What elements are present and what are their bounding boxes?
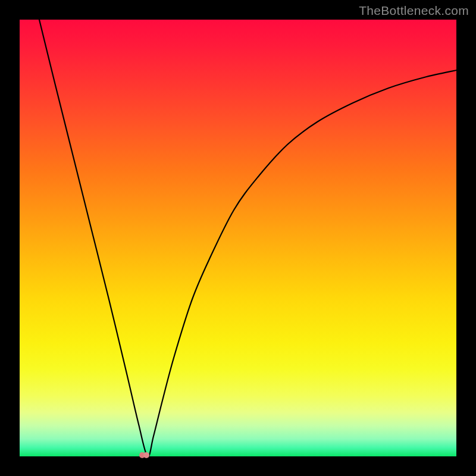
- chart-frame: TheBottleneck.com: [0, 0, 476, 476]
- highlight-marker: [139, 451, 150, 459]
- plot-area: [20, 20, 456, 456]
- watermark-text: TheBottleneck.com: [359, 4, 469, 18]
- bottleneck-curve: [39, 20, 456, 456]
- curve-svg: [20, 20, 456, 456]
